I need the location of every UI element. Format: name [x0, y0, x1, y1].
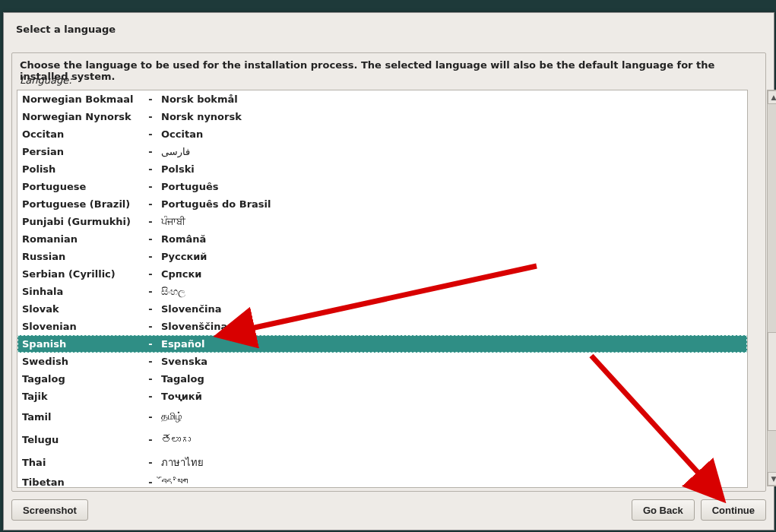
language-english-name: Thai: [22, 457, 140, 468]
language-row[interactable]: Portuguese (Brazil)-Português do Brasil: [17, 195, 747, 213]
language-native-name: Português: [161, 181, 218, 192]
language-row[interactable]: Serbian (Cyrillic)-Српски: [17, 265, 747, 283]
separator: -: [140, 146, 161, 157]
language-panel: Choose the language to be used for the i…: [11, 52, 766, 492]
language-row[interactable]: Norwegian Nynorsk-Norsk nynorsk: [17, 108, 747, 125]
language-english-name: Sinhala: [22, 286, 140, 297]
separator: -: [140, 93, 161, 105]
language-english-name: Norwegian Nynorsk: [22, 111, 140, 122]
language-native-name: فارسی: [161, 146, 190, 157]
language-row[interactable]: Punjabi (Gurmukhi)-ਪੰਜਾਬੀ: [17, 213, 747, 230]
language-row[interactable]: Sinhala-සිංහල: [17, 283, 747, 300]
language-english-name: Portuguese: [22, 181, 140, 192]
language-row[interactable]: Thai-ภาษาไทย: [17, 451, 747, 473]
language-native-name: Svenska: [161, 356, 207, 367]
go-back-button[interactable]: Go Back: [632, 499, 695, 521]
language-native-name: Polski: [161, 163, 195, 175]
language-row[interactable]: Tamil-தமிழ்: [17, 405, 747, 428]
language-english-name: Tibetan: [22, 477, 140, 488]
language-english-name: Telugu: [22, 434, 140, 445]
language-row[interactable]: Slovenian-Slovenščina: [17, 318, 747, 335]
language-row[interactable]: Tajik-Тоҷикӣ: [17, 388, 747, 405]
separator: -: [140, 338, 161, 350]
separator: -: [140, 356, 161, 367]
language-native-name: Српски: [161, 268, 201, 280]
language-native-name: తెలుగు: [161, 434, 191, 445]
language-native-name: ਪੰਜਾਬੀ: [161, 216, 185, 228]
scroll-thumb[interactable]: [768, 332, 776, 431]
language-native-name: Русский: [161, 251, 207, 262]
separator: -: [140, 477, 161, 488]
separator: -: [140, 163, 161, 175]
language-english-name: Slovak: [22, 303, 140, 315]
language-english-name: Polish: [22, 163, 140, 175]
separator: -: [140, 111, 161, 122]
language-native-name: Slovenčina: [161, 303, 222, 315]
scroll-up-button[interactable]: ▲: [768, 90, 776, 104]
footer-bar: Screenshot Go Back Continue: [11, 499, 766, 522]
scroll-down-button[interactable]: ▼: [768, 472, 776, 486]
language-list[interactable]: Norwegian Bokmaal-Norsk bokmålNorwegian …: [17, 90, 748, 488]
language-english-name: Romanian: [22, 233, 140, 245]
language-row[interactable]: Swedish-Svenska: [17, 353, 747, 370]
language-native-name: ภาษาไทย: [161, 454, 204, 470]
language-row[interactable]: Polish-Polski: [17, 160, 747, 178]
language-native-name: Português do Brasil: [161, 198, 271, 210]
language-english-name: Tajik: [22, 391, 140, 402]
language-row[interactable]: Romanian-Română: [17, 230, 747, 248]
continue-button[interactable]: Continue: [701, 499, 766, 521]
language-row[interactable]: Spanish-Español: [17, 335, 747, 353]
separator: -: [140, 321, 161, 332]
language-english-name: Norwegian Bokmaal: [22, 93, 140, 105]
separator: -: [140, 128, 161, 140]
separator: -: [140, 434, 161, 445]
separator: -: [140, 457, 161, 468]
language-english-name: Portuguese (Brazil): [22, 198, 140, 210]
language-native-name: བོད་ཡིག: [161, 477, 188, 488]
separator: -: [140, 411, 161, 423]
scrollbar[interactable]: ▲ ▼: [767, 90, 776, 486]
language-native-name: Tagalog: [161, 373, 204, 385]
language-row[interactable]: Norwegian Bokmaal-Norsk bokmål: [17, 90, 747, 108]
scroll-track[interactable]: [768, 104, 776, 472]
language-english-name: Tagalog: [22, 373, 140, 385]
language-english-name: Swedish: [22, 356, 140, 367]
language-native-name: Slovenščina: [161, 321, 227, 332]
language-native-name: Norsk bokmål: [161, 93, 238, 105]
separator: -: [140, 251, 161, 262]
language-native-name: Norsk nynorsk: [161, 111, 242, 122]
language-english-name: Punjabi (Gurmukhi): [22, 216, 140, 227]
language-english-name: Occitan: [22, 128, 140, 140]
language-native-name: සිංහල: [161, 286, 185, 298]
language-native-name: Română: [161, 233, 206, 245]
language-row[interactable]: Telugu-తెలుగు: [17, 428, 747, 451]
installer-window: Select a language Choose the language to…: [3, 12, 774, 530]
language-english-name: Tamil: [22, 411, 140, 423]
separator: -: [140, 216, 161, 227]
language-field-label: Language:: [20, 74, 72, 86]
language-row[interactable]: Portuguese-Português: [17, 178, 747, 195]
language-row[interactable]: Tibetan-བོད་ཡིག: [17, 473, 747, 488]
language-row[interactable]: Persian-فارسی: [17, 143, 747, 160]
language-english-name: Slovenian: [22, 321, 140, 332]
hint-text: Choose the language to be used for the i…: [20, 59, 758, 82]
language-english-name: Spanish: [22, 338, 140, 350]
language-row[interactable]: Occitan-Occitan: [17, 125, 747, 143]
separator: -: [140, 373, 161, 385]
screenshot-button[interactable]: Screenshot: [11, 499, 88, 521]
language-native-name: Occitan: [161, 128, 203, 140]
separator: -: [140, 391, 161, 402]
language-english-name: Russian: [22, 251, 140, 262]
language-english-name: Persian: [22, 146, 140, 157]
separator: -: [140, 198, 161, 210]
separator: -: [140, 286, 161, 297]
language-native-name: தமிழ்: [161, 410, 182, 423]
language-row[interactable]: Slovak-Slovenčina: [17, 300, 747, 318]
language-native-name: Español: [161, 338, 204, 350]
separator: -: [140, 268, 161, 280]
separator: -: [140, 181, 161, 192]
language-row[interactable]: Russian-Русский: [17, 248, 747, 265]
separator: -: [140, 233, 161, 245]
language-english-name: Serbian (Cyrillic): [22, 268, 140, 280]
language-row[interactable]: Tagalog-Tagalog: [17, 370, 747, 388]
